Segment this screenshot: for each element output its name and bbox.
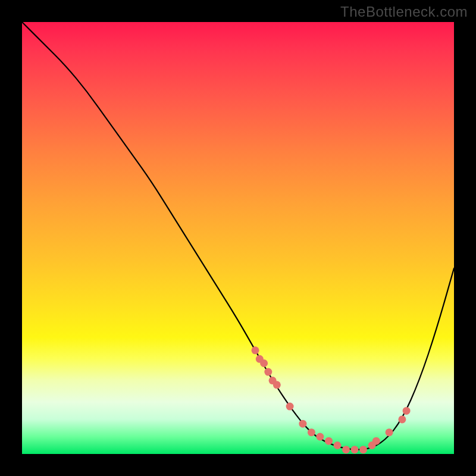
- marker-dot: [351, 446, 359, 453]
- marker-dot: [334, 441, 342, 449]
- marker-dot: [308, 428, 315, 436]
- marker-dot: [403, 407, 411, 415]
- marker-dot: [372, 437, 380, 445]
- marker-dot: [342, 446, 350, 453]
- marker-dot: [273, 381, 281, 389]
- marker-dot: [316, 433, 324, 441]
- bottleneck-curve: [22, 22, 454, 450]
- marker-dot: [325, 437, 333, 445]
- marker-dot: [252, 346, 259, 354]
- marker-dot: [359, 446, 367, 453]
- marker-dot: [299, 420, 306, 428]
- chart-svg: [22, 22, 454, 454]
- marker-dot: [398, 415, 406, 423]
- marker-dot: [260, 359, 268, 367]
- marker-dot: [264, 368, 272, 376]
- marker-dot: [286, 403, 294, 411]
- marker-dot: [386, 428, 393, 436]
- attribution-label: TheBottleneck.com: [340, 4, 468, 20]
